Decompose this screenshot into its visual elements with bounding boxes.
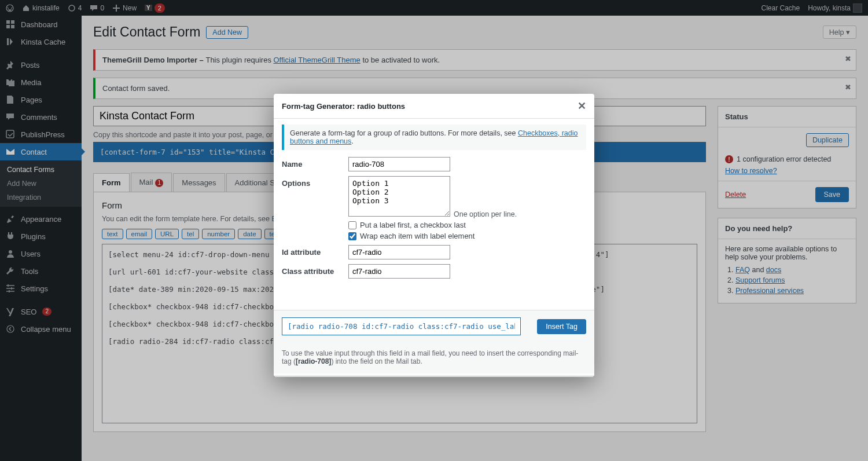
class-label: Class attribute xyxy=(282,264,348,276)
options-label: Options xyxy=(282,176,348,188)
name-input[interactable] xyxy=(348,157,450,171)
id-input[interactable] xyxy=(348,245,450,259)
close-icon[interactable]: ✕ xyxy=(578,100,586,112)
modal-title: Form-tag Generator: radio buttons xyxy=(282,102,405,111)
mail-tag: [radio-708] xyxy=(296,357,331,365)
modal-bottom-shadow xyxy=(274,374,594,377)
label-first-checkbox[interactable] xyxy=(348,221,356,229)
subtext-b: ) into the field on the Mail tab. xyxy=(331,357,422,365)
modal-notice: Generate a form-tag for a group of radio… xyxy=(282,125,586,150)
options-textarea[interactable] xyxy=(348,176,450,217)
class-input[interactable] xyxy=(348,264,450,279)
form-tag-generator-modal: Form-tag Generator: radio buttons ✕ Gene… xyxy=(274,94,594,377)
wrap-label-checkbox[interactable] xyxy=(348,232,356,240)
label-first-text: Put a label first, a checkbox last xyxy=(360,221,466,229)
modal-notice-text: Generate a form-tag for a group of radio… xyxy=(290,129,518,137)
name-label: Name xyxy=(282,157,348,169)
wrap-label-text: Wrap each item with label element xyxy=(360,232,475,240)
id-label: Id attribute xyxy=(282,245,348,257)
modal-subtext: To use the value input through this fiel… xyxy=(274,343,594,374)
tag-output[interactable] xyxy=(282,317,521,335)
insert-tag-button[interactable]: Insert Tag xyxy=(537,319,586,334)
options-hint: One option per line. xyxy=(454,210,517,218)
